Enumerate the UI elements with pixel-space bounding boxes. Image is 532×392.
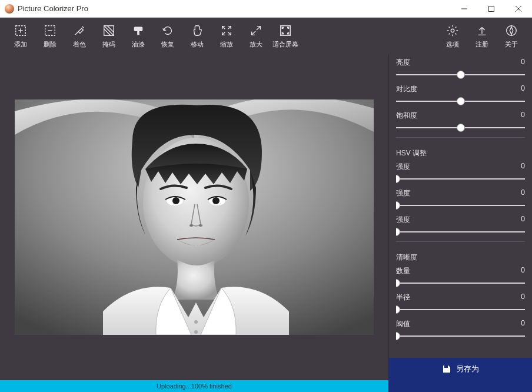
tool-mask[interactable]: 掩码	[94, 20, 124, 52]
tool-gear[interactable]: 选项	[438, 20, 467, 52]
tool-compass[interactable]: 关于	[497, 20, 526, 52]
slider[interactable]	[396, 331, 525, 341]
svg-line-12	[107, 25, 114, 32]
slider-value: 0	[521, 215, 525, 225]
slider-thumb[interactable]	[396, 279, 400, 287]
gear-icon	[445, 24, 460, 38]
slider-label: 半径	[396, 293, 410, 303]
tool-label: 放大	[250, 40, 262, 49]
slider-value: 0	[521, 293, 525, 303]
svg-point-26	[194, 320, 198, 324]
tool-add-select[interactable]: 添加	[6, 20, 35, 52]
slider-label: 对比度	[396, 84, 417, 94]
slider-thumb[interactable]	[396, 201, 400, 210]
tool-label: 适合屏幕	[272, 40, 298, 49]
titlebar: Picture Colorizer Pro	[0, 0, 532, 18]
slider-row: 饱和度0	[396, 111, 525, 132]
tool-paint[interactable]: 油漆	[124, 20, 153, 52]
paint-icon	[131, 24, 145, 38]
zoom-icon	[220, 24, 234, 38]
canvas-zone[interactable]	[0, 54, 388, 380]
svg-line-11	[104, 29, 111, 35]
tool-label: 删除	[44, 40, 56, 49]
slider-row: 对比度0	[396, 84, 525, 106]
slider-value: 0	[521, 162, 525, 172]
tool-upload[interactable]: 注册	[467, 20, 497, 52]
divider	[396, 241, 525, 242]
slider-thumb[interactable]	[457, 124, 465, 132]
slider-value: 0	[521, 319, 525, 329]
tool-label: 注册	[476, 40, 488, 49]
side-panel: 亮度0对比度0饱和度0HSV 调整强度0强度0强度0清晰度数量0半径0阈值0 另…	[388, 54, 532, 380]
slider-label: 数量	[396, 266, 410, 276]
tool-move[interactable]: 移动	[182, 20, 212, 52]
slider-label: 阈值	[396, 319, 410, 329]
slider[interactable]	[396, 201, 525, 210]
eyedropper-icon	[72, 24, 87, 38]
tool-label: 掩码	[102, 40, 115, 49]
window-title: Picture Colorizer Pro	[18, 4, 88, 13]
status-right	[388, 380, 532, 392]
slider-value: 0	[521, 111, 525, 121]
slider-row: 强度0	[396, 162, 525, 184]
compass-icon	[504, 24, 518, 38]
tool-label: 着色	[73, 40, 86, 49]
slider-value: 0	[521, 266, 525, 276]
minimize-button[interactable]	[451, 0, 478, 18]
slider[interactable]	[396, 97, 525, 106]
close-button[interactable]	[505, 0, 532, 18]
slider-row: 阈值0	[396, 319, 525, 341]
slider-value: 0	[521, 84, 525, 94]
slider-label: 饱和度	[396, 111, 417, 121]
fit-screen-icon	[278, 24, 292, 38]
tool-zoom-in[interactable]: 放大	[241, 20, 271, 52]
section-header: HSV 调整	[396, 142, 525, 162]
svg-rect-13	[134, 26, 143, 31]
tool-fit-screen[interactable]: 适合屏幕	[271, 20, 300, 52]
svg-point-23	[212, 197, 220, 204]
slider[interactable]	[396, 70, 525, 79]
tool-label: 关于	[505, 40, 518, 49]
slider-thumb[interactable]	[396, 332, 400, 340]
image-preview[interactable]	[15, 99, 374, 335]
slider-label: 亮度	[396, 58, 410, 68]
maximize-button[interactable]	[478, 0, 505, 18]
svg-point-24	[189, 224, 193, 227]
app-icon	[5, 4, 14, 14]
zoom-in-icon	[249, 24, 263, 38]
tool-zoom[interactable]: 缩放	[212, 20, 241, 52]
slider-row: 数量0	[396, 266, 525, 288]
slider[interactable]	[396, 123, 525, 132]
tool-label: 缩放	[220, 40, 233, 49]
svg-point-16	[451, 29, 454, 32]
svg-point-25	[199, 224, 202, 227]
slider-thumb[interactable]	[457, 71, 465, 79]
save-as-label: 另存为	[456, 364, 479, 374]
slider-row: 亮度0	[396, 58, 525, 79]
svg-rect-1	[489, 6, 494, 11]
statusbar: Uploading...100% finished	[0, 380, 532, 392]
slider-label: 强度	[396, 188, 410, 198]
add-select-icon	[14, 24, 28, 38]
slider-thumb[interactable]	[396, 175, 400, 183]
tool-remove-select[interactable]: 删除	[35, 20, 65, 52]
slider-row: 强度0	[396, 188, 525, 210]
slider-thumb[interactable]	[396, 305, 400, 314]
slider[interactable]	[396, 174, 525, 184]
status-text: Uploading...100% finished	[157, 383, 232, 390]
slider[interactable]	[396, 278, 525, 288]
slider-thumb[interactable]	[457, 97, 465, 105]
slider[interactable]	[396, 305, 525, 314]
slider[interactable]	[396, 227, 525, 237]
svg-point-22	[172, 197, 179, 204]
move-icon	[190, 24, 204, 38]
workarea: 亮度0对比度0饱和度0HSV 调整强度0强度0强度0清晰度数量0半径0阈值0 另…	[0, 54, 532, 380]
slider-thumb[interactable]	[396, 228, 400, 236]
svg-rect-14	[137, 31, 139, 34]
tool-undo[interactable]: 恢复	[153, 20, 182, 52]
save-as-button[interactable]: 另存为	[389, 358, 532, 380]
tool-label: 恢复	[161, 40, 174, 49]
slider-value: 0	[521, 58, 525, 68]
remove-select-icon	[43, 24, 57, 38]
tool-eyedropper[interactable]: 着色	[65, 20, 94, 52]
